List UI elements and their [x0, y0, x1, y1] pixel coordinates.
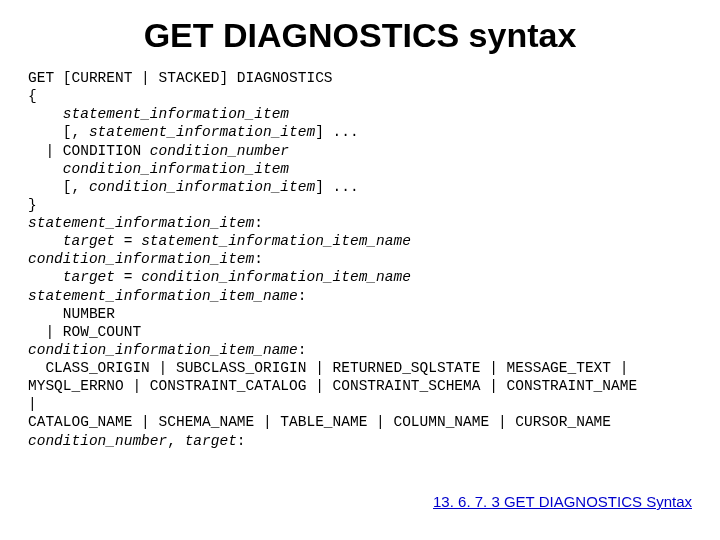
code-italic: target: [185, 433, 237, 449]
code-line: }: [28, 197, 37, 213]
code-text: :: [298, 288, 307, 304]
code-indent: [,: [28, 124, 89, 140]
code-line: | ROW_COUNT: [28, 324, 141, 340]
code-text: ] ...: [315, 124, 359, 140]
code-indent: [28, 106, 63, 122]
code-indent: [28, 233, 63, 249]
code-italic: target = condition_information_item_name: [63, 269, 411, 285]
code-line: {: [28, 88, 37, 104]
code-text: :: [254, 251, 263, 267]
code-line: GET [CURRENT | STACKED] DIAGNOSTICS: [28, 70, 333, 86]
code-indent: [,: [28, 179, 89, 195]
code-italic: target = statement_information_item_name: [63, 233, 411, 249]
code-italic: condition_information_item_name: [28, 342, 298, 358]
code-text: :: [298, 342, 307, 358]
code-text: :: [237, 433, 246, 449]
code-italic: statement_information_item: [63, 106, 289, 122]
code-line: NUMBER: [28, 306, 115, 322]
code-line: CATALOG_NAME | SCHEMA_NAME | TABLE_NAME …: [28, 414, 611, 430]
code-italic: statement_information_item_name: [28, 288, 298, 304]
reference-link[interactable]: 13. 6. 7. 3 GET DIAGNOSTICS Syntax: [433, 493, 692, 510]
code-indent: [28, 269, 63, 285]
code-italic: condition_information_item: [63, 161, 289, 177]
code-text: ,: [167, 433, 184, 449]
code-indent: [28, 161, 63, 177]
code-italic: condition_information_item: [89, 179, 315, 195]
code-italic: statement_information_item: [89, 124, 315, 140]
slide-title: GET DIAGNOSTICS syntax: [28, 16, 692, 55]
code-line: |: [28, 396, 37, 412]
code-italic: statement_information_item: [28, 215, 254, 231]
code-line: CLASS_ORIGIN | SUBCLASS_ORIGIN | RETURNE…: [28, 360, 628, 376]
slide: GET DIAGNOSTICS syntax GET [CURRENT | ST…: [0, 0, 720, 540]
syntax-code-block: GET [CURRENT | STACKED] DIAGNOSTICS { st…: [28, 69, 692, 450]
code-text: :: [254, 215, 263, 231]
code-italic: condition_number: [28, 433, 167, 449]
code-line: MYSQL_ERRNO | CONSTRAINT_CATALOG | CONST…: [28, 378, 637, 394]
code-text: ] ...: [315, 179, 359, 195]
code-text: | CONDITION: [28, 143, 150, 159]
code-italic: condition_information_item: [28, 251, 254, 267]
code-italic: condition_number: [150, 143, 289, 159]
